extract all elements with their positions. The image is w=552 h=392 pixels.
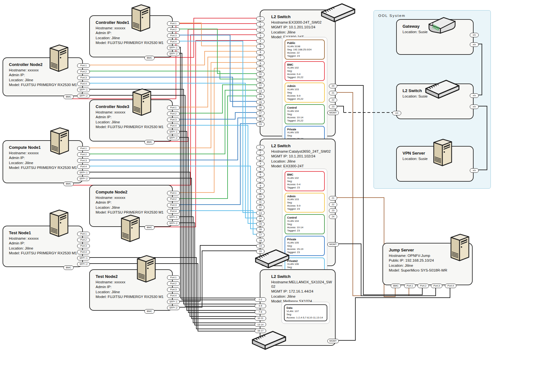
l2-switch-mellanox-box: L2 SwitchHostname:MELLANOX_SX1024_SW02MG… [260, 269, 336, 346]
vlan-detail: Access: 5-9 [287, 204, 322, 207]
switch-port-pill: 3 [256, 33, 265, 38]
switch-port-pill: 24 [329, 214, 337, 219]
switch-port-pill: 13-14 [255, 322, 266, 327]
connection-line-black [336, 285, 450, 340]
vlan-detail: Tagged: 20,22 [287, 98, 322, 101]
vlan-box-public: PublicVLAN 3198Seg: 192.168.25.0/24Acces… [285, 40, 325, 60]
port-pill: Port.2 [77, 238, 90, 242]
ool-box-detail: Location: Susie [403, 94, 470, 98]
vlan-title: Control [287, 216, 322, 220]
switch-port-pill: 7 [256, 55, 265, 60]
port-pill: Port.1 [167, 105, 180, 110]
port-pill: Port.3 [431, 284, 442, 288]
connection-line-orange [173, 57, 260, 107]
switch-port-pill: 1 [256, 145, 265, 149]
port-pill: BMC [391, 284, 401, 288]
node-detail: Location: Jiline [9, 246, 80, 250]
vlan-detail: Access: 15-19 [287, 248, 322, 251]
connection-line-cyan [173, 211, 260, 234]
switch-port-pill: 14 [256, 216, 265, 221]
port-pill: SFP+.2 [77, 177, 90, 181]
vlan-detail: VLAN 102 [287, 66, 322, 69]
vlan-detail: Tagged: 23 [287, 251, 322, 254]
connection-line-black [173, 131, 260, 310]
jump-server-box: Jump ServerHostname: OPNFV-JumpPublic IP… [382, 243, 473, 285]
port-pill: Port.4 [77, 164, 90, 169]
bmc-port-pill: BMC [144, 140, 155, 144]
port-pill: Port.1 [167, 21, 180, 26]
port-pill: SFP+.1 [77, 171, 90, 175]
port-pill: Port.4 [167, 294, 180, 298]
switch-port-pill: 16-17 [255, 329, 266, 333]
vlan-detail: Tagged: 23 [287, 229, 322, 232]
vlan-title: Admin [287, 84, 322, 88]
node-detail: Location: Jiline [96, 205, 170, 210]
port-pill: x/x [470, 105, 479, 109]
node-detail: Location: Jiline [96, 120, 170, 124]
port-pill: Port.3 [167, 118, 180, 122]
vlan-detail: Tagged: 20,22 [287, 119, 322, 122]
connection-line-cyan [173, 125, 260, 223]
connection-line-green [173, 96, 260, 199]
node-title: Compute Node1 [9, 145, 80, 150]
port-pill: Port.2 [77, 152, 90, 157]
vlan-title: Control [287, 106, 322, 110]
vlan-detail: VLAN: 107 [287, 310, 325, 313]
switch-detail: Location: Jiline [271, 30, 332, 34]
ool-box-detail: Location: Susie [403, 156, 470, 161]
switch-port-pill: 17 [256, 233, 265, 237]
port-pill: Port.2 [167, 112, 180, 116]
switch-port-pill: 21 [329, 91, 337, 95]
switch-port-pill: 2 [256, 28, 265, 32]
bmc-port-pill: BMC [144, 309, 155, 314]
node-detail: Model: FUJITSU PRIMERGY RX2530 M1 [96, 294, 170, 299]
vlan-detail: Access: 22 [287, 51, 322, 54]
switch-port-pill: 22 [329, 202, 337, 207]
connection-line-cyan [173, 41, 260, 213]
l2-switch-ex3300-box: L2 SwitchHostname:EX3300-24T_SW02MGMT IP… [260, 10, 336, 136]
vlan-container: BMCVLAN 102Seg:Access: 0-4Tagged: 23Admi… [282, 169, 327, 280]
port-pill: Port.3 [77, 158, 90, 163]
vlan-detail: Seg: [287, 244, 322, 248]
switch-port-pill: 11 [256, 200, 265, 204]
vlan-detail: Tagged: 23 [287, 54, 322, 58]
switch-port-pill: 1-2 [255, 297, 266, 302]
connection-line-black [173, 223, 260, 325]
bmc-port-pill: BMC [144, 225, 155, 230]
node-detail: Model: FUJITSU PRIMERGY RX2530 M1 [9, 251, 80, 255]
jump-server-detail: Model: SuperMicro SYS-5018R-WR [389, 268, 469, 272]
node-detail: Admin IP: [96, 200, 170, 205]
ool-box-title: VPN Server [403, 151, 470, 156]
node-detail: Hostname: xxxxxx [96, 26, 170, 30]
port-pill: x/x [470, 42, 479, 47]
node-detail: Hostname: xxxxxx [9, 68, 80, 72]
vlan-detail: Seg: 192.168.25.0/24 [287, 48, 322, 51]
switch-port-pill: 4 [256, 39, 265, 43]
node-detail: Location: Jiline [96, 290, 170, 294]
connection-line-green [84, 71, 260, 79]
bmc-port-pill: BMC [144, 56, 155, 60]
port-pill: Port.2 [167, 197, 180, 201]
switch-port-pill: 5 [256, 167, 265, 171]
switch-port-pill: 18 [256, 238, 265, 243]
server-node-controller-node3: Controller Node3Hostname: xxxxxxAdmin IP… [89, 99, 173, 142]
vlan-detail: Access: 1-2,4-5,7-8,10-11,13-14 [287, 316, 325, 319]
switch-port-pill: 20 [256, 249, 265, 254]
port-pill: Port.4 [77, 250, 90, 254]
node-detail: Admin IP: [9, 156, 80, 160]
server-node-controller-node2: Controller Node2Hostname: xxxxxxAdmin IP… [3, 57, 83, 96]
vlan-detail: Seg: [287, 91, 322, 94]
switch-port-pill: 15 [256, 100, 265, 104]
node-detail: Admin IP: [96, 115, 170, 119]
switch-port-pill: 2 [256, 150, 265, 155]
switch-port-pill: 10-11 [255, 316, 266, 321]
switch-detail: Hostname:Catalyst3650_24T_SW02 [271, 149, 332, 154]
ool-box-title: L2 Switch [403, 88, 470, 93]
port-pill: SFP+.1 [77, 256, 90, 260]
switch-port-pill: 13 [256, 211, 265, 215]
port-pill: Port.1 [77, 146, 90, 151]
port-pill: Port.4 [167, 40, 180, 44]
node-title: Controller Node1 [96, 20, 170, 25]
vlan-detail: Tagged: 23 [287, 186, 322, 189]
connection-line-blue [173, 113, 260, 119]
